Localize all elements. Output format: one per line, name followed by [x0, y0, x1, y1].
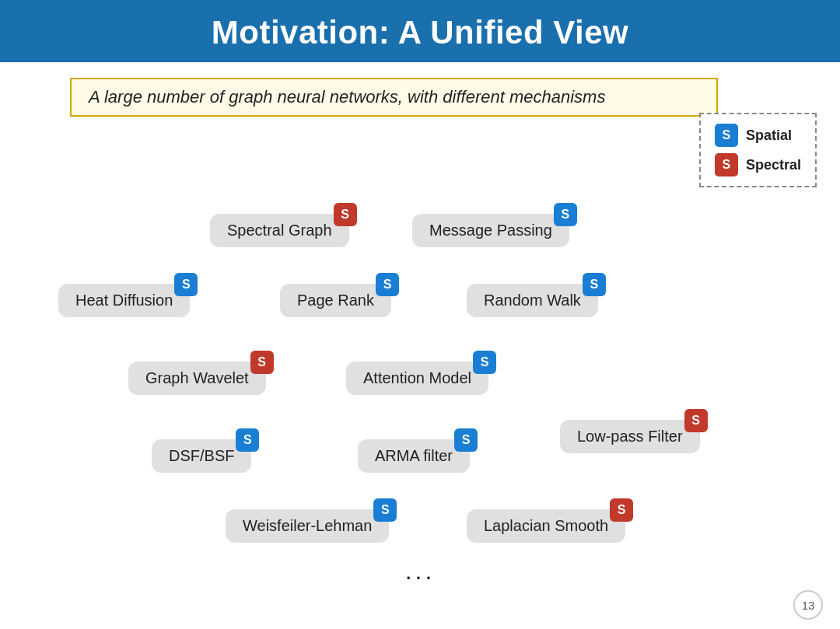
- node-attention-model: Attention ModelS: [346, 362, 488, 395]
- slide-title: Motivation: A Unified View: [212, 14, 628, 51]
- slide: Motivation: A Unified View A large numbe…: [0, 0, 840, 629]
- node-badge-laplacian-smooth: S: [610, 498, 633, 522]
- node-label-random-walk: Random Walk: [484, 292, 581, 309]
- node-spectral-graph: Spectral GraphS: [210, 214, 349, 247]
- node-badge-graph-wavelet: S: [250, 351, 274, 374]
- node-badge-attention-model: S: [473, 351, 496, 374]
- node-badge-arma-filter: S: [454, 428, 478, 452]
- slide-header: Motivation: A Unified View: [0, 0, 840, 62]
- node-badge-page-rank: S: [376, 273, 399, 296]
- node-label-laplacian-smooth: Laplacian Smooth: [484, 517, 608, 535]
- node-badge-low-pass-filter: S: [684, 409, 708, 432]
- node-graph-wavelet: Graph WaveletS: [128, 362, 266, 395]
- node-label-dsf-bsf: DSF/BSF: [169, 447, 234, 465]
- node-page-rank: Page RankS: [280, 284, 391, 317]
- node-low-pass-filter: Low-pass FilterS: [560, 420, 700, 453]
- node-label-page-rank: Page Rank: [297, 292, 374, 309]
- node-badge-dsf-bsf: S: [236, 428, 259, 452]
- node-random-walk: Random WalkS: [467, 284, 598, 317]
- node-label-attention-model: Attention Model: [363, 369, 471, 387]
- nodes-container: Spectral GraphSMessage PassingSHeat Diff…: [0, 62, 840, 623]
- content-area: A large number of graph neural networks,…: [0, 62, 840, 623]
- node-badge-weisfeiler-lehman: S: [373, 498, 397, 522]
- node-badge-random-walk: S: [583, 273, 606, 296]
- node-label-weisfeiler-lehman: Weisfeiler-Lehman: [243, 517, 372, 535]
- ellipsis: ...: [405, 557, 436, 585]
- node-weisfeiler-lehman: Weisfeiler-LehmanS: [226, 509, 389, 543]
- node-laplacian-smooth: Laplacian SmoothS: [467, 509, 625, 543]
- node-dsf-bsf: DSF/BSFS: [152, 439, 251, 473]
- node-label-message-passing: Message Passing: [429, 222, 552, 239]
- node-badge-heat-diffusion: S: [174, 273, 198, 296]
- page-number: 13: [793, 590, 823, 620]
- node-arma-filter: ARMA filterS: [358, 439, 470, 473]
- node-label-heat-diffusion: Heat Diffusion: [75, 292, 173, 309]
- node-label-spectral-graph: Spectral Graph: [227, 222, 332, 239]
- node-badge-message-passing: S: [554, 203, 577, 226]
- node-label-graph-wavelet: Graph Wavelet: [145, 369, 249, 387]
- node-label-low-pass-filter: Low-pass Filter: [577, 428, 683, 446]
- node-message-passing: Message PassingS: [412, 214, 569, 247]
- node-heat-diffusion: Heat DiffusionS: [58, 284, 190, 317]
- node-label-arma-filter: ARMA filter: [375, 447, 453, 465]
- node-badge-spectral-graph: S: [334, 203, 357, 226]
